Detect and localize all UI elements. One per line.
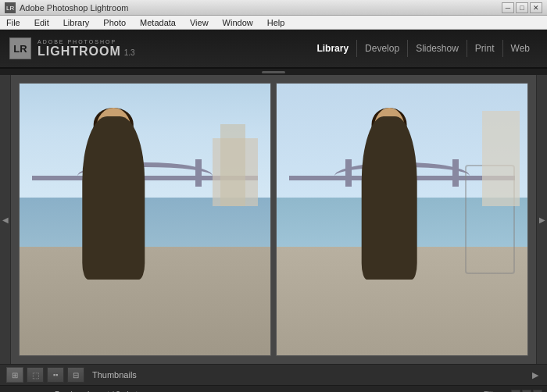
menu-window[interactable]: Window: [220, 16, 256, 29]
tab-library[interactable]: Library: [309, 40, 356, 57]
bottom-toolbar: ⊞ ⬚ ▪▪ ⊟ Thumbnails ▶: [0, 364, 547, 386]
menu-file[interactable]: File: [3, 16, 23, 29]
photo-2[interactable]: [276, 83, 528, 356]
compare-view-button[interactable]: ▪▪: [47, 367, 64, 383]
filter-btn-2[interactable]: ▼: [522, 390, 531, 393]
lr-badge: LR: [9, 37, 31, 59]
window-controls: ─ □ ✕: [502, 2, 542, 13]
app-icon: LR: [5, 2, 16, 13]
maximize-button[interactable]: □: [516, 2, 528, 13]
logo-area: LR ADOBE PHOTOSHOP LIGHTROOM 1.3: [9, 37, 135, 59]
logo-version: 1.3: [124, 48, 135, 57]
photo-2-inner: [277, 84, 527, 355]
right-panel-toggle[interactable]: ▶: [536, 75, 547, 364]
close-button[interactable]: ✕: [530, 2, 542, 13]
filmstrip-bar: |◀ ◀ ▶ Previous Import / 8 photos Filter…: [0, 386, 547, 392]
logo-text-area: ADOBE PHOTOSHOP LIGHTROOM 1.3: [38, 39, 135, 59]
menu-edit[interactable]: Edit: [31, 16, 52, 29]
menu-library[interactable]: Library: [60, 16, 93, 29]
nav-tabs: Library Develop Slideshow Print Web: [309, 40, 538, 57]
menu-view[interactable]: View: [187, 16, 212, 29]
tab-web[interactable]: Web: [502, 40, 538, 57]
main-area: ◀: [0, 75, 547, 364]
person-body: [83, 116, 145, 280]
filter-sort-buttons: ▲ ▼ ≡: [511, 390, 542, 393]
title-bar: LR Adobe Photoshop Lightroom ─ □ ✕: [0, 0, 547, 16]
building-bg-r: [482, 111, 520, 206]
tab-slideshow[interactable]: Slideshow: [407, 40, 467, 57]
loupe-view-button[interactable]: ⬚: [27, 367, 44, 383]
film-nav-prev[interactable]: ◀: [20, 389, 33, 393]
survey-view-button[interactable]: ⊟: [67, 367, 84, 383]
top-scroll-area: [0, 69, 547, 75]
menu-bar: File Edit Library Photo Metadata View Wi…: [0, 16, 547, 30]
svg-text:LR: LR: [6, 5, 14, 12]
window-title: Adobe Photoshop Lightroom: [20, 3, 502, 12]
photos-area: [11, 75, 536, 364]
grid-icon: ⊞: [12, 371, 18, 380]
compare-icon: ▪▪: [53, 371, 58, 379]
person-body-2: [362, 116, 417, 280]
left-panel-toggle[interactable]: ◀: [0, 75, 11, 364]
filter-btn-3[interactable]: ≡: [533, 390, 542, 393]
top-scroll-indicator: [262, 71, 285, 73]
menu-photo[interactable]: Photo: [100, 16, 129, 29]
photo-1-inner: [20, 84, 270, 355]
film-nav-first[interactable]: |◀: [5, 389, 17, 393]
right-arrow-icon: ▶: [539, 216, 545, 224]
bridge-tower-right-2: [452, 159, 459, 187]
photo-1[interactable]: [19, 83, 271, 356]
photo-2-person: [339, 116, 439, 280]
tab-print[interactable]: Print: [467, 40, 502, 57]
menu-metadata[interactable]: Metadata: [137, 16, 179, 29]
logo-subtitle: ADOBE PHOTOSHOP: [38, 39, 135, 45]
thumbnails-label: Thumbnails: [92, 370, 137, 380]
scroll-right-icon: ▶: [532, 370, 538, 380]
film-nav-next[interactable]: ▶: [36, 389, 48, 393]
header: LR ADOBE PHOTOSHOP LIGHTROOM 1.3 Library…: [0, 30, 547, 69]
loupe-icon: ⬚: [32, 371, 39, 380]
filter-btn-1[interactable]: ▲: [511, 390, 520, 393]
bridge-tower-right: [195, 159, 202, 187]
logo-name: LIGHTROOM: [38, 45, 121, 59]
left-arrow-icon: ◀: [2, 216, 9, 224]
tab-develop[interactable]: Develop: [356, 40, 407, 57]
minimize-button[interactable]: ─: [502, 2, 514, 13]
scroll-right-button[interactable]: ▶: [530, 369, 541, 380]
grid-view-button[interactable]: ⊞: [6, 367, 23, 383]
building-bg2: [220, 124, 245, 205]
menu-help[interactable]: Help: [264, 16, 288, 29]
photo-1-person: [57, 116, 170, 280]
survey-icon: ⊟: [73, 371, 79, 380]
